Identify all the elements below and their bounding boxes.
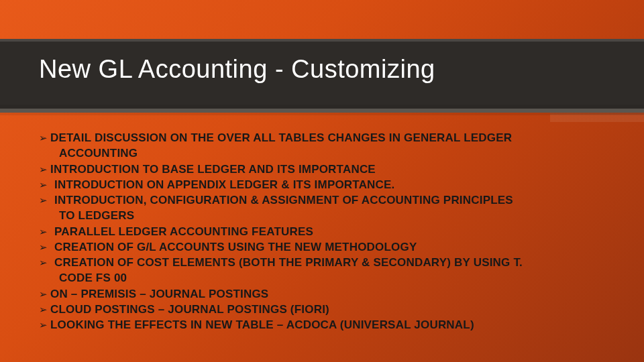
list-item-text: ON – PREMISIS – JOURNAL POSTINGS	[50, 287, 268, 301]
bullet-list: ➢DETAIL DISCUSSION ON THE OVER ALL TABLE…	[39, 131, 617, 333]
list-item-continuation: TO LEDGERS	[39, 208, 617, 223]
list-item-text: ACCOUNTING	[39, 146, 138, 160]
list-item: ➢DETAIL DISCUSSION ON THE OVER ALL TABLE…	[39, 131, 617, 145]
list-item: ➢INTRODUCTION ON APPENDIX LEDGER & ITS I…	[39, 178, 617, 192]
triangle-bullet-icon: ➢	[39, 178, 48, 192]
list-item-text: INTRODUCTION TO BASE LEDGER AND ITS IMPO…	[50, 162, 376, 176]
slide-title: New GL Accounting - Customizing	[39, 55, 435, 84]
list-item: ➢LOOKING THE EFFECTS IN NEW TABLE – ACDO…	[39, 318, 617, 332]
triangle-bullet-icon: ➢	[39, 302, 48, 316]
triangle-bullet-icon: ➢	[39, 225, 48, 239]
list-item-continuation: ACCOUNTING	[39, 146, 617, 160]
list-item: ➢ON – PREMISIS – JOURNAL POSTINGS	[39, 287, 617, 301]
triangle-bullet-icon: ➢	[39, 162, 48, 176]
triangle-bullet-icon: ➢	[39, 240, 48, 254]
list-item-text: LOOKING THE EFFECTS IN NEW TABLE – ACDOC…	[50, 318, 474, 332]
list-item: ➢CLOUD POSTINGS – JOURNAL POSTINGS (FIOR…	[39, 302, 617, 316]
list-item-text: CODE FS 00	[39, 271, 127, 285]
triangle-bullet-icon: ➢	[39, 287, 48, 301]
triangle-bullet-icon: ➢	[39, 193, 48, 207]
list-item-text: CREATION OF G/L ACCOUNTS USING THE NEW M…	[54, 240, 417, 254]
list-item: ➢INTRODUCTION TO BASE LEDGER AND ITS IMP…	[39, 162, 617, 176]
list-item-text: INTRODUCTION ON APPENDIX LEDGER & ITS IM…	[54, 178, 395, 192]
list-item: ➢CREATION OF COST ELEMENTS (BOTH THE PRI…	[39, 255, 617, 269]
triangle-bullet-icon: ➢	[39, 255, 48, 269]
list-item-text: INTRODUCTION, CONFIGURATION & ASSIGNMENT…	[54, 193, 513, 207]
list-item: ➢PARALLEL LEDGER ACCOUNTING FEATURES	[39, 225, 617, 239]
list-item-text: PARALLEL LEDGER ACCOUNTING FEATURES	[54, 225, 313, 239]
triangle-bullet-icon: ➢	[39, 131, 48, 145]
list-item-text: DETAIL DISCUSSION ON THE OVER ALL TABLES…	[50, 131, 512, 145]
list-item-text: TO LEDGERS	[39, 208, 134, 223]
triangle-bullet-icon: ➢	[39, 318, 48, 332]
list-item-text: CREATION OF COST ELEMENTS (BOTH THE PRIM…	[54, 255, 523, 269]
list-item: ➢INTRODUCTION, CONFIGURATION & ASSIGNMEN…	[39, 193, 617, 207]
list-item: ➢CREATION OF G/L ACCOUNTS USING THE NEW …	[39, 240, 617, 254]
list-item-text: CLOUD POSTINGS – JOURNAL POSTINGS (FIORI…	[50, 302, 329, 316]
list-item-continuation: CODE FS 00	[39, 271, 617, 285]
accent-bar	[550, 113, 644, 122]
